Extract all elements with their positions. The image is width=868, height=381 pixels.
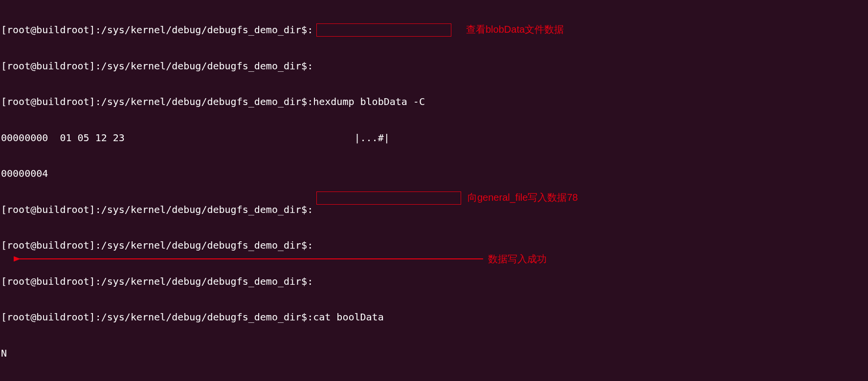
terminal-line: [root@buildroot]:/sys/kernel/debug/debug… <box>1 24 867 36</box>
terminal-line: [root@buildroot]:/sys/kernel/debug/debug… <box>1 239 867 252</box>
terminal-line: [root@buildroot]:/sys/kernel/debug/debug… <box>1 311 867 323</box>
terminal-line: [root@buildroot]:/sys/kernel/debug/debug… <box>1 275 867 288</box>
terminal-line: [root@buildroot]:/sys/kernel/debug/debug… <box>1 204 867 216</box>
terminal-screen[interactable]: [root@buildroot]:/sys/kernel/debug/debug… <box>0 0 868 381</box>
terminal-line: N <box>1 347 867 360</box>
terminal-line: [root@buildroot]:/sys/kernel/debug/debug… <box>1 60 867 72</box>
terminal-line: [root@buildroot]:/sys/kernel/debug/debug… <box>1 96 867 108</box>
terminal-line: 00000004 <box>1 168 867 180</box>
terminal-line: 00000000 01 05 12 23 |...#| <box>1 132 867 144</box>
